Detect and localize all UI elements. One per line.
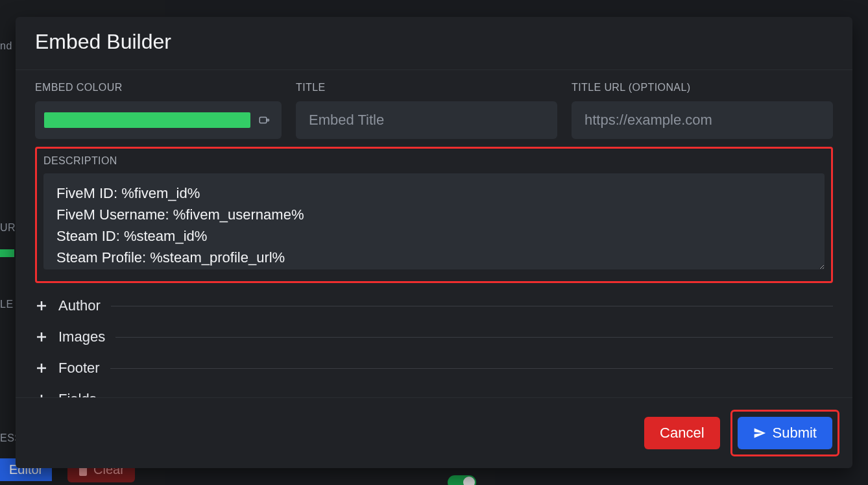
cancel-button[interactable]: Cancel <box>644 417 719 449</box>
modal-title: Embed Builder <box>16 17 852 70</box>
title-url-input[interactable] <box>572 101 833 139</box>
author-label: Author <box>58 297 101 314</box>
bg-text-ur: UR <box>0 222 16 234</box>
eyedropper-icon[interactable] <box>256 112 272 129</box>
description-section-highlight: DESCRIPTION <box>35 147 833 283</box>
embed-builder-modal: Embed Builder EMBED COLOUR TITLE TITLE U… <box>16 17 852 468</box>
images-label: Images <box>58 329 105 345</box>
title-field: TITLE <box>296 82 557 139</box>
description-label: DESCRIPTION <box>43 155 825 167</box>
rule <box>111 306 833 306</box>
footer-collapsible[interactable]: Footer <box>35 360 833 377</box>
title-label: TITLE <box>296 82 557 93</box>
modal-body: EMBED COLOUR TITLE TITLE URL (OPTIONAL) … <box>16 70 852 397</box>
images-collapsible[interactable]: Images <box>35 329 833 345</box>
bg-toggle-switch <box>448 475 476 485</box>
fields-collapsible[interactable]: Fields <box>35 391 833 397</box>
cancel-label: Cancel <box>660 425 704 441</box>
submit-button[interactable]: Submit <box>738 417 832 449</box>
submit-label: Submit <box>773 425 817 441</box>
title-input[interactable] <box>296 101 557 139</box>
svg-point-1 <box>267 119 269 121</box>
embed-colour-field: EMBED COLOUR <box>35 82 282 139</box>
fields-label: Fields <box>58 391 97 397</box>
plus-icon <box>35 299 48 312</box>
title-url-label: TITLE URL (OPTIONAL) <box>572 82 833 93</box>
bg-text-nd: nd <box>0 40 12 52</box>
plus-icon <box>35 362 48 375</box>
plus-icon <box>35 330 48 343</box>
description-textarea[interactable] <box>43 173 825 269</box>
footer-label: Footer <box>58 360 100 377</box>
title-url-field: TITLE URL (OPTIONAL) <box>572 82 833 139</box>
embed-colour-label: EMBED COLOUR <box>35 82 282 93</box>
rule <box>115 337 833 338</box>
author-collapsible[interactable]: Author <box>35 297 833 314</box>
bg-green-bar <box>0 249 14 257</box>
submit-highlight: Submit <box>730 410 839 456</box>
top-row: EMBED COLOUR TITLE TITLE URL (OPTIONAL) <box>35 82 833 139</box>
svg-rect-0 <box>259 118 267 123</box>
rule <box>110 368 833 369</box>
colour-swatch <box>44 112 250 128</box>
bg-text-le: LE <box>0 299 14 310</box>
modal-footer: Cancel Submit <box>16 397 852 468</box>
paper-plane-icon <box>753 427 766 440</box>
embed-colour-input[interactable] <box>35 101 282 139</box>
plus-icon <box>35 393 48 397</box>
